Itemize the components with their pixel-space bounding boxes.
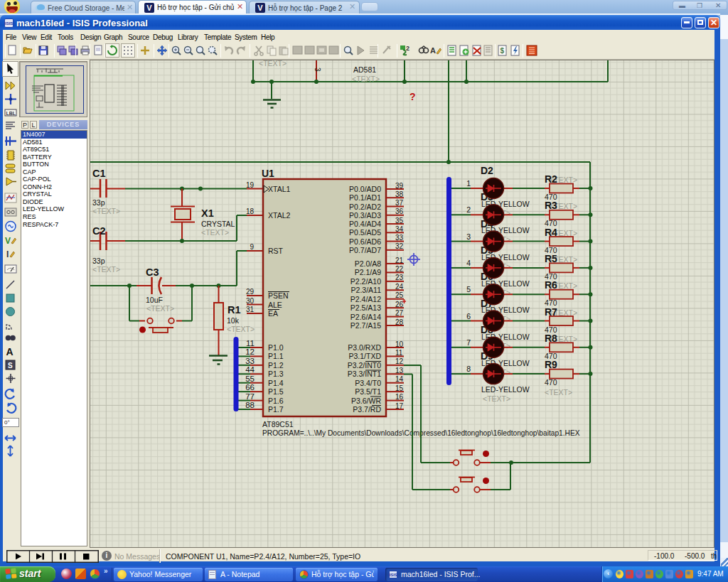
svg-text:R9: R9 [545,359,557,370]
svg-text:AT89C51: AT89C51 [262,420,294,429]
svg-text:10uF: 10uF [146,296,163,304]
svg-text:14: 14 [395,375,404,383]
svg-text:55: 55 [245,374,255,383]
svg-text:<TEXT>: <TEXT> [352,75,380,83]
svg-text:A: A [6,346,14,357]
svg-text:AD581: AD581 [353,65,376,74]
svg-text:77: 77 [245,392,255,401]
svg-text:17: 17 [395,402,404,410]
svg-text:P0.5/AD5: P0.5/AD5 [349,228,381,237]
svg-text:<TEXT>: <TEXT> [146,304,174,313]
svg-text:R1: R1 [228,304,241,316]
svg-text:U1: U1 [262,168,274,179]
svg-text:R6: R6 [545,279,557,291]
svg-text:P0.1/AD1: P0.1/AD1 [349,193,381,202]
svg-text:19: 19 [246,181,255,189]
svg-text:P2.2/A10: P2.2/A10 [350,277,381,286]
svg-text:P3.4/T0: P3.4/T0 [355,379,381,387]
svg-text:38: 38 [395,190,404,198]
svg-text:10: 10 [395,340,404,348]
svg-text:88: 88 [245,401,255,409]
svg-text:15: 15 [395,384,404,392]
svg-text:470: 470 [545,378,557,387]
svg-text:33: 33 [395,234,404,242]
svg-text:RST: RST [268,247,284,255]
svg-text:P2.1/A9: P2.1/A9 [355,268,382,276]
svg-text:V: V [5,236,11,246]
svg-text:11: 11 [395,349,403,357]
svg-text:P0.2/AD2: P0.2/AD2 [349,203,381,211]
svg-text:23: 23 [395,274,404,281]
svg-text:P0.4/AD4: P0.4/AD4 [349,220,381,228]
svg-text:66: 66 [245,383,255,392]
svg-text:P0.6/AD6: P0.6/AD6 [349,237,381,246]
svg-text:?: ? [410,91,416,102]
svg-text:LBL: LBL [6,111,16,116]
svg-text:22: 22 [395,265,404,273]
svg-text:P2.7/A15: P2.7/A15 [350,321,381,330]
svg-text:25: 25 [395,291,404,299]
svg-text:28: 28 [395,318,404,326]
svg-text:6: 6 [466,312,471,320]
svg-text:P3.1/TXD: P3.1/TXD [348,352,381,360]
svg-text:1: 1 [466,179,471,188]
svg-text:P1.3: P1.3 [268,370,284,378]
svg-text:P0.3/AD3: P0.3/AD3 [349,211,381,220]
svg-text:P2.0/A8: P2.0/A8 [355,259,382,268]
svg-text:P3.6/WR: P3.6/WR [351,397,381,405]
svg-text:CRYSTAL: CRYSTAL [201,220,235,228]
svg-text:7: 7 [466,338,471,347]
svg-text:18: 18 [246,208,255,215]
svg-text:$: $ [500,47,505,55]
svg-text:30: 30 [246,297,255,305]
svg-text:8: 8 [466,365,471,373]
svg-text:D2: D2 [481,165,493,176]
svg-text:9: 9 [250,243,254,251]
svg-text:27: 27 [395,309,404,317]
svg-text:P2.6/A14: P2.6/A14 [350,313,381,321]
svg-text:P3.5/T1: P3.5/T1 [355,387,381,396]
svg-text:11: 11 [246,339,255,347]
svg-text:39: 39 [395,182,404,190]
svg-text:C1: C1 [92,168,106,179]
svg-text:21: 21 [395,257,404,264]
svg-text:33p: 33p [92,198,105,207]
svg-text:4: 4 [466,259,471,267]
svg-text:<TEXT>: <TEXT> [92,207,120,215]
svg-text:16: 16 [395,393,404,401]
svg-text:3: 3 [314,68,321,72]
svg-text:12: 12 [395,357,404,365]
svg-text:5: 5 [466,285,471,293]
svg-text:A: A [430,46,436,55]
svg-text:PSEN: PSEN [268,291,289,300]
svg-text:P3.0/RXD: P3.0/RXD [348,343,381,352]
svg-text:R3: R3 [545,200,557,211]
svg-text:P1.0: P1.0 [268,343,284,352]
svg-text:P3.3/INT1: P3.3/INT1 [348,370,381,378]
svg-text:XTAL2: XTAL2 [268,211,290,220]
svg-text:10k: 10k [227,316,240,325]
svg-text:S: S [8,362,13,370]
svg-text:EA: EA [268,309,278,318]
svg-text:34: 34 [395,225,404,233]
svg-text:LED-YELLOW: LED-YELLOW [481,385,530,394]
svg-text:44: 44 [245,365,255,374]
svg-text:R5: R5 [545,253,557,264]
svg-text:13: 13 [395,367,404,374]
svg-text:XTAL1: XTAL1 [268,185,290,193]
svg-text:P3.2/INT0: P3.2/INT0 [348,361,381,370]
svg-text:2: 2 [466,205,471,214]
svg-text:32: 32 [395,242,404,250]
svg-text:<TEXT>: <TEXT> [483,394,510,403]
svg-text:P1.6: P1.6 [268,397,284,405]
svg-text:P2.5/A13: P2.5/A13 [350,303,381,312]
svg-text:P3.7/RD: P3.7/RD [353,405,381,414]
svg-text:P1.4: P1.4 [268,379,284,387]
svg-text:R4: R4 [545,227,557,238]
svg-text:P0.0/AD0: P0.0/AD0 [349,185,381,193]
svg-text:P2.4/A12: P2.4/A12 [350,295,381,303]
svg-text:33p: 33p [92,257,105,265]
svg-text:<TEXT>: <TEXT> [201,228,229,237]
svg-text:33: 33 [245,357,255,365]
svg-text:2: 2 [406,45,410,52]
